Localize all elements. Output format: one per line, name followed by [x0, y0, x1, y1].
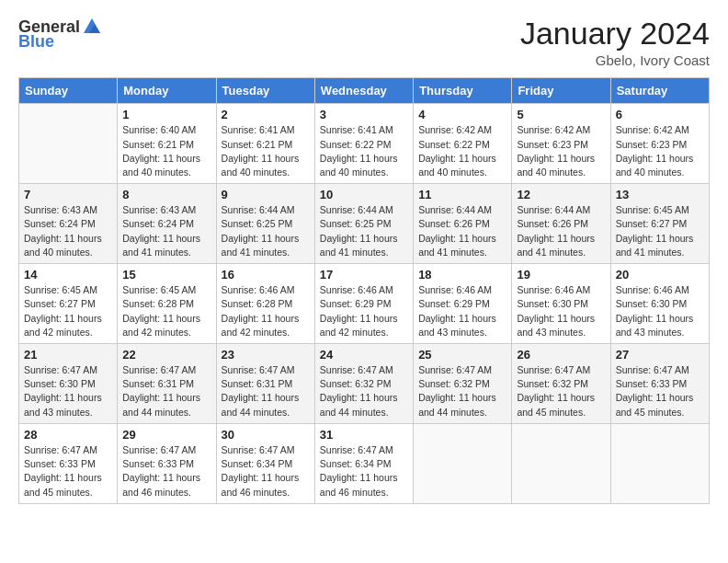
day-number: 3: [320, 108, 408, 121]
calendar-cell: 1Sunrise: 6:40 AMSunset: 6:21 PMDaylight…: [118, 104, 216, 184]
header-cell-wednesday: Wednesday: [314, 78, 413, 104]
day-info: Sunrise: 6:42 AMSunset: 6:23 PMDaylight:…: [517, 123, 605, 179]
calendar-cell: 10Sunrise: 6:44 AMSunset: 6:25 PMDayligh…: [314, 184, 413, 264]
week-row-3: 14Sunrise: 6:45 AMSunset: 6:27 PMDayligh…: [19, 264, 710, 344]
calendar-table: SundayMondayTuesdayWednesdayThursdayFrid…: [18, 77, 710, 503]
day-number: 25: [418, 348, 506, 362]
day-info: Sunrise: 6:46 AMSunset: 6:29 PMDaylight:…: [320, 283, 408, 339]
calendar-cell: 11Sunrise: 6:44 AMSunset: 6:26 PMDayligh…: [414, 184, 512, 264]
day-number: 31: [320, 428, 408, 442]
calendar-cell: 4Sunrise: 6:42 AMSunset: 6:22 PMDaylight…: [414, 104, 512, 184]
calendar-cell: 18Sunrise: 6:46 AMSunset: 6:29 PMDayligh…: [414, 264, 512, 344]
day-number: 7: [24, 188, 112, 201]
calendar-cell: 2Sunrise: 6:41 AMSunset: 6:21 PMDaylight…: [216, 104, 314, 184]
day-info: Sunrise: 6:44 AMSunset: 6:26 PMDaylight:…: [517, 203, 605, 259]
main-title: January 2024: [520, 17, 710, 51]
day-number: 6: [616, 108, 704, 121]
day-info: Sunrise: 6:47 AMSunset: 6:32 PMDaylight:…: [320, 363, 408, 419]
logo: General Blue: [18, 17, 102, 50]
calendar-cell: 31Sunrise: 6:47 AMSunset: 6:34 PMDayligh…: [314, 423, 413, 503]
day-info: Sunrise: 6:46 AMSunset: 6:30 PMDaylight:…: [616, 283, 704, 339]
calendar-cell: 7Sunrise: 6:43 AMSunset: 6:24 PMDaylight…: [19, 184, 118, 264]
title-block: January 2024 Gbelo, Ivory Coast: [520, 17, 710, 68]
calendar-cell: 12Sunrise: 6:44 AMSunset: 6:26 PMDayligh…: [512, 184, 610, 264]
day-number: 21: [24, 348, 112, 362]
day-number: 20: [616, 268, 704, 282]
week-row-5: 28Sunrise: 6:47 AMSunset: 6:33 PMDayligh…: [19, 423, 710, 503]
week-row-1: 1Sunrise: 6:40 AMSunset: 6:21 PMDaylight…: [19, 104, 710, 184]
week-row-2: 7Sunrise: 6:43 AMSunset: 6:24 PMDaylight…: [19, 184, 710, 264]
day-info: Sunrise: 6:40 AMSunset: 6:21 PMDaylight:…: [122, 123, 210, 179]
day-info: Sunrise: 6:47 AMSunset: 6:33 PMDaylight:…: [24, 443, 112, 500]
day-info: Sunrise: 6:47 AMSunset: 6:33 PMDaylight:…: [616, 363, 704, 419]
calendar-cell: 13Sunrise: 6:45 AMSunset: 6:27 PMDayligh…: [610, 184, 709, 264]
day-number: 29: [122, 428, 210, 442]
calendar-cell: 17Sunrise: 6:46 AMSunset: 6:29 PMDayligh…: [314, 264, 413, 344]
day-number: 26: [517, 348, 605, 362]
day-number: 5: [517, 108, 605, 121]
calendar-cell: 23Sunrise: 6:47 AMSunset: 6:31 PMDayligh…: [216, 344, 314, 424]
day-info: Sunrise: 6:44 AMSunset: 6:25 PMDaylight:…: [320, 203, 408, 259]
day-number: 17: [320, 268, 408, 282]
day-number: 1: [122, 108, 210, 121]
calendar-cell: 16Sunrise: 6:46 AMSunset: 6:28 PMDayligh…: [216, 264, 314, 344]
calendar-cell: 14Sunrise: 6:45 AMSunset: 6:27 PMDayligh…: [19, 264, 118, 344]
day-number: 24: [320, 348, 408, 362]
day-info: Sunrise: 6:47 AMSunset: 6:32 PMDaylight:…: [418, 363, 506, 419]
day-info: Sunrise: 6:41 AMSunset: 6:21 PMDaylight:…: [222, 123, 310, 179]
day-number: 10: [320, 188, 408, 201]
calendar-cell: 22Sunrise: 6:47 AMSunset: 6:31 PMDayligh…: [118, 344, 216, 424]
header-cell-tuesday: Tuesday: [216, 78, 314, 104]
day-info: Sunrise: 6:47 AMSunset: 6:34 PMDaylight:…: [320, 443, 408, 500]
calendar-cell: 6Sunrise: 6:42 AMSunset: 6:23 PMDaylight…: [610, 104, 709, 184]
calendar-cell: 15Sunrise: 6:45 AMSunset: 6:28 PMDayligh…: [118, 264, 216, 344]
calendar-cell: 28Sunrise: 6:47 AMSunset: 6:33 PMDayligh…: [19, 423, 118, 503]
calendar-cell: [414, 423, 512, 503]
day-info: Sunrise: 6:44 AMSunset: 6:25 PMDaylight:…: [222, 203, 310, 259]
day-number: 13: [616, 188, 704, 201]
calendar-cell: [610, 423, 709, 503]
header-cell-sunday: Sunday: [19, 78, 118, 104]
day-info: Sunrise: 6:42 AMSunset: 6:22 PMDaylight:…: [418, 123, 506, 179]
calendar-cell: 24Sunrise: 6:47 AMSunset: 6:32 PMDayligh…: [314, 344, 413, 424]
day-number: 8: [122, 188, 210, 201]
calendar-cell: 9Sunrise: 6:44 AMSunset: 6:25 PMDaylight…: [216, 184, 314, 264]
page: General Blue January 2024 Gbelo, Ivory C…: [0, 0, 728, 563]
calendar-cell: 21Sunrise: 6:47 AMSunset: 6:30 PMDayligh…: [19, 344, 118, 424]
day-info: Sunrise: 6:46 AMSunset: 6:28 PMDaylight:…: [222, 283, 310, 339]
day-info: Sunrise: 6:45 AMSunset: 6:27 PMDaylight:…: [616, 203, 704, 259]
calendar-cell: 20Sunrise: 6:46 AMSunset: 6:30 PMDayligh…: [610, 264, 709, 344]
day-info: Sunrise: 6:47 AMSunset: 6:33 PMDaylight:…: [122, 443, 210, 500]
week-row-4: 21Sunrise: 6:47 AMSunset: 6:30 PMDayligh…: [19, 344, 710, 424]
calendar-cell: 26Sunrise: 6:47 AMSunset: 6:32 PMDayligh…: [512, 344, 610, 424]
header-cell-friday: Friday: [512, 78, 610, 104]
day-info: Sunrise: 6:47 AMSunset: 6:32 PMDaylight:…: [517, 363, 605, 419]
day-info: Sunrise: 6:46 AMSunset: 6:30 PMDaylight:…: [517, 283, 605, 339]
calendar-cell: 8Sunrise: 6:43 AMSunset: 6:24 PMDaylight…: [118, 184, 216, 264]
day-number: 9: [222, 188, 310, 201]
day-number: 30: [222, 428, 310, 442]
day-number: 4: [418, 108, 506, 121]
day-info: Sunrise: 6:47 AMSunset: 6:30 PMDaylight:…: [24, 363, 112, 419]
calendar-cell: 27Sunrise: 6:47 AMSunset: 6:33 PMDayligh…: [610, 344, 709, 424]
header-cell-thursday: Thursday: [414, 78, 512, 104]
calendar-cell: [19, 104, 118, 184]
day-number: 14: [24, 268, 112, 282]
day-number: 18: [418, 268, 506, 282]
day-info: Sunrise: 6:43 AMSunset: 6:24 PMDaylight:…: [24, 203, 112, 259]
day-number: 28: [24, 428, 112, 442]
day-info: Sunrise: 6:44 AMSunset: 6:26 PMDaylight:…: [418, 203, 506, 259]
day-number: 2: [222, 108, 310, 121]
day-info: Sunrise: 6:45 AMSunset: 6:27 PMDaylight:…: [24, 283, 112, 339]
calendar-cell: 5Sunrise: 6:42 AMSunset: 6:23 PMDaylight…: [512, 104, 610, 184]
day-number: 22: [122, 348, 210, 362]
day-info: Sunrise: 6:47 AMSunset: 6:31 PMDaylight:…: [122, 363, 210, 419]
calendar-cell: [512, 423, 610, 503]
day-info: Sunrise: 6:45 AMSunset: 6:28 PMDaylight:…: [122, 283, 210, 339]
header: General Blue January 2024 Gbelo, Ivory C…: [18, 17, 710, 68]
day-number: 27: [616, 348, 704, 362]
header-cell-saturday: Saturday: [610, 78, 709, 104]
calendar-cell: 3Sunrise: 6:41 AMSunset: 6:22 PMDaylight…: [314, 104, 413, 184]
logo-blue-text: Blue: [18, 33, 54, 50]
day-number: 12: [517, 188, 605, 201]
